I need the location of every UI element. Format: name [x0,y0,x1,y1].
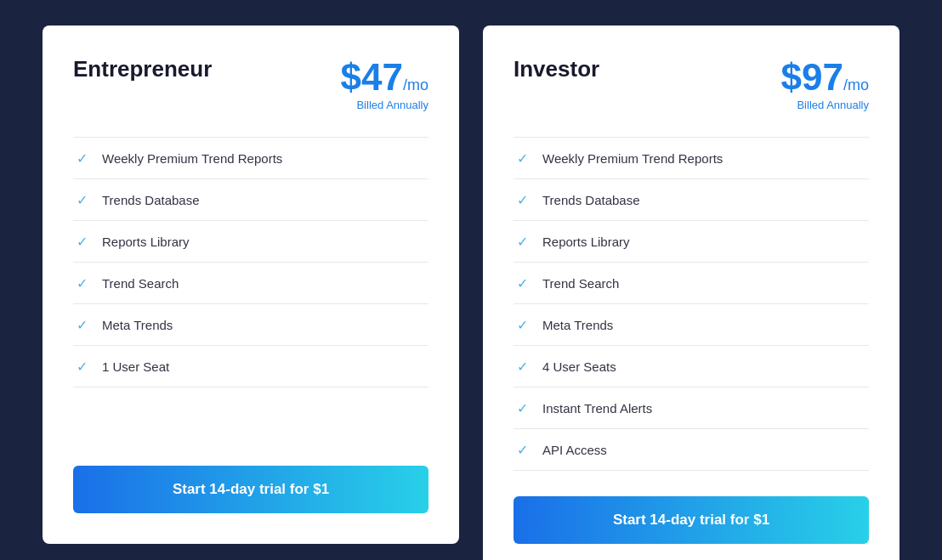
feature-label: Meta Trends [102,318,173,332]
feature-item: ✓1 User Seat [73,346,428,387]
feature-label: Trend Search [542,276,619,291]
feature-item: ✓Meta Trends [514,304,869,346]
feature-label: Reports Library [102,235,190,249]
feature-label: 4 User Seats [542,359,616,374]
feature-label: Weekly Premium Trend Reports [542,151,723,166]
check-icon: ✓ [73,233,90,250]
feature-item: ✓Weekly Premium Trend Reports [73,137,428,179]
price-period: /mo [403,76,428,93]
features-list: ✓Weekly Premium Trend Reports✓Trends Dat… [73,137,428,414]
pricing-card-investor: Investor$97/moBilled Annually✓Weekly Pre… [483,25,899,560]
feature-label: Instant Trend Alerts [542,401,652,416]
price-period: /mo [843,76,869,93]
check-icon: ✓ [514,441,531,458]
feature-label: Reports Library [542,235,630,249]
feature-item: ✓Reports Library [514,221,869,263]
feature-item: ✓Trend Search [514,263,869,304]
feature-label: 1 User Seat [102,359,169,374]
features-list: ✓Weekly Premium Trend Reports✓Trends Dat… [514,137,869,471]
feature-item: ✓Reports Library [73,221,428,263]
feature-item: ✓Trends Database [73,179,428,221]
billed-note: Billed Annually [781,99,869,111]
cta-button-entrepreneur[interactable]: Start 14-day trial for $1 [73,466,428,513]
check-icon: ✓ [73,316,90,333]
check-icon: ✓ [514,316,531,333]
check-icon: ✓ [73,191,90,208]
pricing-container: Entrepreneur$47/moBilled Annually✓Weekly… [0,0,942,560]
feature-item: ✓API Access [514,429,869,471]
plan-name: Entrepreneur [73,56,212,82]
plan-name: Investor [514,56,599,82]
feature-item: ✓Trend Search [73,263,428,304]
price-number: $97 [781,56,843,98]
feature-label: Trends Database [102,193,200,207]
card-header: Entrepreneur$47/moBilled Annually [73,56,428,111]
feature-item: ✓Weekly Premium Trend Reports [514,137,869,179]
check-icon: ✓ [514,358,531,375]
check-icon: ✓ [514,233,531,250]
price-amount: $97/mo [781,56,869,99]
price-block: $97/moBilled Annually [781,56,869,111]
feature-item: ✓Instant Trend Alerts [514,387,869,429]
feature-item: ✓Trends Database [514,179,869,221]
feature-item: ✓Meta Trends [73,304,428,346]
spacer [73,439,428,466]
feature-label: Trend Search [102,276,179,291]
check-icon: ✓ [514,399,531,416]
check-icon: ✓ [73,274,90,291]
feature-label: API Access [542,443,607,457]
price-amount: $47/mo [341,56,428,99]
card-header: Investor$97/moBilled Annually [514,56,869,111]
price-number: $47 [341,56,403,98]
feature-label: Meta Trends [542,318,613,332]
check-icon: ✓ [73,358,90,375]
check-icon: ✓ [73,150,90,167]
check-icon: ✓ [514,191,531,208]
pricing-card-entrepreneur: Entrepreneur$47/moBilled Annually✓Weekly… [43,25,459,544]
check-icon: ✓ [514,150,531,167]
feature-item: ✓4 User Seats [514,346,869,387]
feature-label: Trends Database [542,193,640,207]
price-block: $47/moBilled Annually [341,56,428,111]
check-icon: ✓ [514,274,531,291]
billed-note: Billed Annually [341,99,428,111]
cta-button-investor[interactable]: Start 14-day trial for $1 [514,496,869,544]
feature-label: Weekly Premium Trend Reports [102,151,282,166]
